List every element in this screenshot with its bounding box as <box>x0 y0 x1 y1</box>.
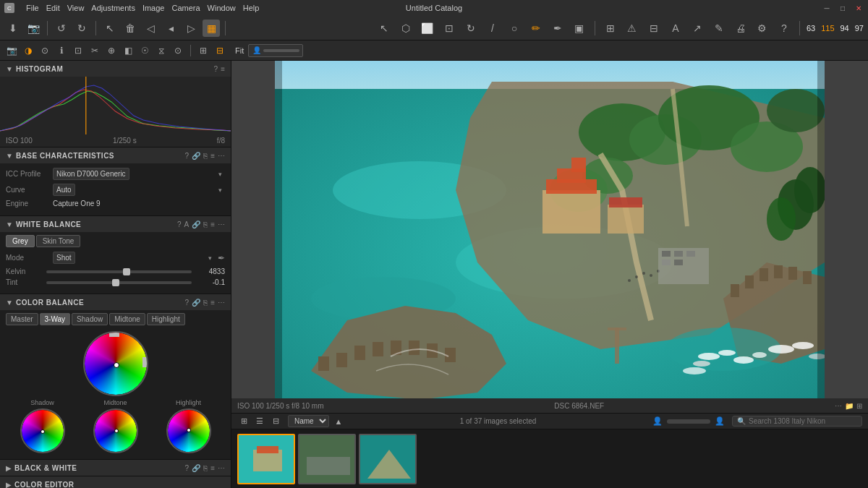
adjust-icon[interactable]: ⊙ <box>38 43 52 58</box>
layout-icon[interactable]: ⊞ <box>602 20 619 37</box>
wb-mode-select[interactable]: Shot <box>53 252 75 264</box>
filmstrip-scroll[interactable] <box>667 419 710 424</box>
cb-help-icon[interactable]: ? <box>185 299 190 307</box>
curve-select[interactable]: Auto <box>53 184 75 196</box>
close-button[interactable]: ✕ <box>854 3 864 13</box>
wheel-right-needle[interactable] <box>142 357 148 367</box>
transform-icon[interactable]: ⬡ <box>397 20 414 37</box>
undo-arrow-icon[interactable]: ↺ <box>53 20 70 37</box>
bw-copy-icon[interactable]: ⎘ <box>203 464 208 472</box>
cb-tab-master[interactable]: Master <box>6 313 38 325</box>
tint-slider[interactable] <box>46 281 192 284</box>
camera-icon[interactable]: 📷 <box>25 20 42 37</box>
sort-asc-icon[interactable]: ▲ <box>332 415 345 428</box>
bw-menu-icon[interactable]: ≡ <box>210 464 215 472</box>
menu-camera[interactable]: Camera <box>171 4 200 12</box>
wb-header[interactable]: ▼ WHITE BALANCE ? A 🔗 ⎘ ≡ ⋯ <box>0 216 231 232</box>
cb-copy-icon[interactable]: ⎘ <box>203 299 208 307</box>
highlight-wheel[interactable] <box>166 408 211 453</box>
menu-view[interactable]: View <box>67 4 85 12</box>
gradient-icon[interactable]: ▣ <box>571 20 588 37</box>
cb-menu-icon[interactable]: ≡ <box>210 299 215 307</box>
camera2-icon[interactable]: 📷 <box>4 43 19 58</box>
skip-back-icon[interactable]: ◂ <box>162 20 179 37</box>
base-chars-menu-icon[interactable]: ≡ <box>210 152 215 160</box>
search-input[interactable] <box>749 417 857 425</box>
hsl-icon[interactable]: ⊙ <box>171 43 185 58</box>
midtone-wheel[interactable] <box>93 408 138 453</box>
rotate-icon[interactable]: ↻ <box>462 20 480 37</box>
grid2-icon[interactable]: ⊟ <box>645 20 663 37</box>
status-folder[interactable]: 📁 <box>845 402 854 410</box>
lens-icon[interactable]: ⊡ <box>441 20 458 37</box>
film-thumb-1[interactable] <box>237 434 295 484</box>
menu-edit[interactable]: Edit <box>46 4 60 12</box>
kelvin-thumb[interactable] <box>123 268 130 275</box>
cb-link-icon[interactable]: 🔗 <box>192 299 200 307</box>
base-chars-link-icon[interactable]: 🔗 <box>192 152 200 160</box>
menu-image[interactable]: Image <box>142 4 165 12</box>
arrow-ne-icon[interactable]: ↗ <box>689 20 706 37</box>
cb-tab-3way[interactable]: 3-Way <box>40 313 71 325</box>
kelvin-slider[interactable] <box>46 270 192 273</box>
base-chars-copy-icon[interactable]: ⎘ <box>203 152 208 160</box>
picker-icon[interactable]: ✒ <box>549 20 566 37</box>
wb-picker-icon[interactable]: ✒ <box>218 253 225 263</box>
histogram-header[interactable]: ▼ HISTOGRAM ? ≡ <box>0 61 231 77</box>
grid-view-icon[interactable]: ⊞ <box>196 43 210 58</box>
wheel-top-needle[interactable] <box>109 331 119 337</box>
forward-icon[interactable]: ▷ <box>182 20 200 37</box>
back-icon[interactable]: ◁ <box>142 20 159 37</box>
user2-icon[interactable]: 👤 <box>713 415 726 428</box>
ce-header[interactable]: ▶ COLOR EDITOR <box>0 476 231 488</box>
midtone-dot[interactable] <box>114 429 119 433</box>
bw-link-icon[interactable]: 🔗 <box>192 464 200 472</box>
wb-tab-skin[interactable]: Skin Tone <box>36 235 81 247</box>
main-color-wheel[interactable] <box>83 331 148 396</box>
wb-copy-icon[interactable]: ⎘ <box>203 221 208 228</box>
brush-icon[interactable]: ✏ <box>527 20 545 37</box>
histogram-help-icon[interactable]: ? <box>214 65 218 73</box>
tint-thumb[interactable] <box>112 279 119 286</box>
cb-tab-highlight[interactable]: Highlight <box>147 313 185 325</box>
import-icon[interactable]: ⬇ <box>4 20 22 37</box>
settings-icon[interactable]: ⚙ <box>754 20 771 37</box>
cb-header[interactable]: ▼ COLOR BALANCE ? 🔗 ⎘ ≡ ⋯ <box>0 294 231 310</box>
print-icon[interactable]: 🖨 <box>732 20 749 37</box>
bw-help-icon[interactable]: ? <box>185 464 190 472</box>
grid-view-btn[interactable]: ⊞ <box>237 415 250 428</box>
wb-more-icon[interactable]: ⋯ <box>218 221 225 228</box>
grid-icon[interactable]: ▦ <box>203 20 220 37</box>
select-icon[interactable]: ↖ <box>375 20 393 37</box>
crop-icon[interactable]: ⬜ <box>419 20 436 37</box>
status-dots[interactable]: ⋯ <box>835 402 842 410</box>
base-chars-more-icon[interactable]: ⋯ <box>218 152 225 160</box>
help-icon[interactable]: ? <box>775 20 793 37</box>
icc-profile-select[interactable]: Nikon D7000 Generic <box>53 168 129 180</box>
menu-adjustments[interactable]: Adjustments <box>91 4 135 12</box>
bw-header[interactable]: ▶ BLACK & WHITE ? 🔗 ⎘ ≡ ⋯ <box>0 460 231 476</box>
circle-icon[interactable]: ○ <box>506 20 523 37</box>
text-icon[interactable]: A <box>667 20 684 37</box>
zoom-slider[interactable] <box>263 49 299 52</box>
histogram-menu-icon[interactable]: ≡ <box>221 65 225 73</box>
pen-icon[interactable]: ✎ <box>710 20 728 37</box>
wb-help-icon[interactable]: ? <box>177 221 182 228</box>
film-thumb-2[interactable] <box>298 434 356 484</box>
filmstrip-view-btn[interactable]: ⊟ <box>269 415 282 428</box>
main-wheel-dot[interactable] <box>114 362 119 368</box>
image-container[interactable] <box>231 61 868 398</box>
highlight-dot[interactable] <box>187 428 191 432</box>
sort-select[interactable]: Name <box>288 415 329 427</box>
heal-icon[interactable]: ⊕ <box>104 43 119 58</box>
move-icon[interactable]: ↖ <box>101 20 119 37</box>
clone-icon[interactable]: ◧ <box>121 43 135 58</box>
menu-help[interactable]: Help <box>243 4 260 12</box>
wb-tab-grey[interactable]: Grey <box>6 235 35 247</box>
film-thumb-3[interactable] <box>359 434 417 484</box>
restore-button[interactable]: □ <box>838 3 848 13</box>
base-chars-help-icon[interactable]: ? <box>185 152 190 160</box>
warning-icon[interactable]: ⚠ <box>624 20 641 37</box>
loupe-view-icon[interactable]: ⊟ <box>213 43 227 58</box>
bw-more-icon[interactable]: ⋯ <box>218 464 225 472</box>
